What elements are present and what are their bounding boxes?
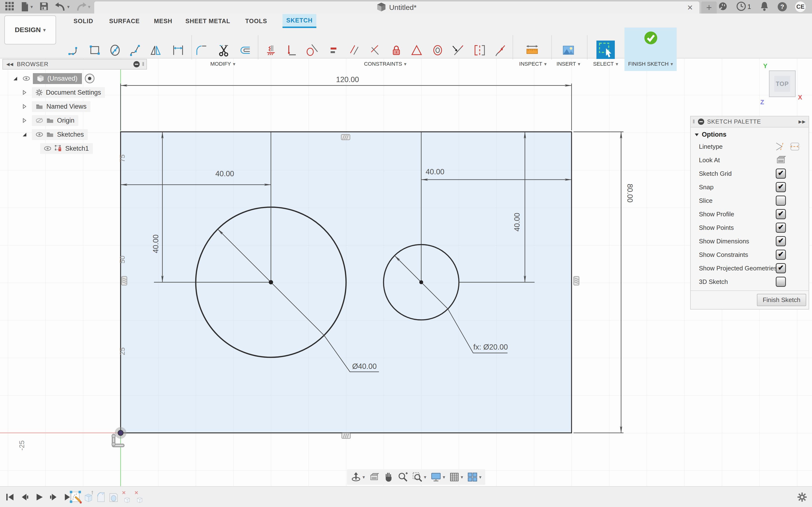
dim-c1-x-label[interactable]: 40.00 — [215, 169, 234, 178]
create-circle-tool[interactable] — [106, 42, 124, 59]
offset-tool[interactable] — [236, 42, 253, 59]
sketch-dimension-tool[interactable] — [169, 42, 187, 59]
orbit-tool[interactable]: ▾ — [351, 472, 365, 482]
palette-drag-grip[interactable]: ‖ — [693, 119, 695, 125]
expand-icon[interactable] — [20, 132, 29, 137]
palette-collapse-icon[interactable]: ▶▶ — [799, 119, 806, 124]
tab-solid[interactable]: SOLID — [70, 14, 97, 28]
tab-surface[interactable]: SURFACE — [106, 14, 143, 28]
constraint-fix-unfix-lock[interactable] — [388, 42, 405, 59]
create-rectangle-tool[interactable] — [86, 42, 103, 59]
constraint-coincident[interactable] — [449, 42, 466, 59]
select-group-menu[interactable]: SELECT▾ — [593, 61, 618, 67]
browser-drag-grip[interactable]: ‖ — [142, 61, 145, 67]
visibility-eye-icon[interactable] — [22, 76, 31, 81]
create-line-tool[interactable] — [65, 42, 83, 59]
dim-c1-y-label[interactable]: 40.00 — [152, 234, 160, 253]
tab-sheet-metal[interactable]: SHEET METAL — [185, 14, 231, 28]
dia-small-label[interactable]: fx: Ø20.00 — [473, 343, 508, 351]
constraint-fixed[interactable] — [262, 42, 280, 59]
mirror-tool[interactable] — [147, 42, 164, 59]
finish-sketch-palette-button[interactable]: Finish Sketch — [757, 294, 806, 306]
viewports[interactable]: ▾ — [467, 472, 481, 482]
collapsed-arrow-icon[interactable] — [20, 118, 29, 123]
zoom-window-tool[interactable]: ▾ — [412, 472, 426, 482]
constraint-midpoint[interactable] — [408, 42, 425, 59]
dim-c2-x-label[interactable]: 40.00 — [425, 168, 445, 176]
browser-header[interactable]: ◀◀ BROWSER ‖ — [2, 59, 147, 69]
centerline-linetype-icon[interactable] — [790, 142, 800, 151]
constraint-parallel[interactable] — [346, 42, 363, 59]
pan-tool[interactable] — [384, 472, 394, 482]
center-point-small[interactable] — [419, 280, 423, 284]
tab-mesh[interactable]: MESH — [150, 14, 176, 28]
tab-sketch[interactable]: SKETCH — [283, 14, 316, 28]
grid-settings-caret[interactable]: ▾ — [461, 475, 463, 480]
app-grid-icon[interactable] — [5, 1, 14, 12]
trim-tool[interactable] — [215, 42, 233, 59]
browser-minimize-icon[interactable] — [134, 61, 140, 67]
modify-group-menu[interactable]: MODIFY▾ — [210, 61, 236, 67]
visibility-eye-icon[interactable] — [36, 132, 43, 137]
visibility-off-icon[interactable] — [36, 118, 43, 123]
viewports-caret[interactable]: ▾ — [479, 475, 481, 480]
constraint-equal[interactable] — [325, 42, 343, 59]
timeline-item-extrude[interactable] — [83, 490, 94, 504]
undo-button[interactable]: ▾ — [55, 2, 69, 12]
collapsed-arrow-icon[interactable] — [20, 90, 29, 95]
inspect-group-menu[interactable]: INSPECT▾ — [519, 61, 546, 67]
insert-image-tool[interactable] — [560, 42, 577, 59]
document-tab[interactable]: Untitled* ✕ — [94, 1, 699, 13]
constraint-tangent[interactable] — [303, 42, 320, 59]
origin-point[interactable] — [118, 430, 123, 436]
tree-row-sketches[interactable]: Sketches — [2, 127, 152, 142]
constraint-horizontal-vertical[interactable] — [282, 42, 300, 59]
dim-width-label[interactable]: 120.00 — [336, 75, 359, 84]
grid-grip-right[interactable] — [574, 276, 579, 285]
orbit-caret[interactable]: ▾ — [362, 475, 365, 480]
timeline-item-hole[interactable] — [108, 490, 119, 504]
visibility-eye-icon[interactable] — [44, 146, 51, 151]
show-constraints-checkbox[interactable] — [776, 249, 786, 260]
display-settings[interactable]: ▾ — [430, 472, 445, 482]
grid-and-snaps[interactable]: ▾ — [450, 472, 463, 482]
3d-sketch-checkbox[interactable] — [776, 277, 786, 287]
palette-minimize-icon[interactable] — [698, 119, 704, 125]
workspace-switcher[interactable]: DESIGN▾ — [4, 15, 56, 44]
activate-radio-button[interactable] — [85, 74, 95, 83]
timeline-skip-start-button[interactable] — [6, 493, 14, 501]
tab-tools[interactable]: TOOLS — [242, 14, 271, 28]
constraint-curvature[interactable] — [491, 42, 508, 59]
create-spline-tool[interactable] — [126, 42, 144, 59]
timeline-step-forward-button[interactable] — [49, 493, 58, 501]
close-tab-icon[interactable]: ✕ — [687, 3, 693, 12]
tree-row-document-settings[interactable]: Document Settings — [2, 86, 152, 100]
undo-caret[interactable]: ▾ — [67, 4, 69, 9]
save-button[interactable] — [39, 1, 49, 12]
constraints-group-menu[interactable]: CONSTRAINTS▾ — [364, 61, 406, 67]
finish-sketch-menu[interactable]: FINISH SKETCH▾ — [628, 61, 673, 67]
show-points-checkbox[interactable] — [776, 223, 786, 233]
constraint-symmetry[interactable] — [471, 42, 489, 59]
constraint-perpendicular[interactable] — [366, 42, 384, 59]
timeline-step-back-button[interactable] — [20, 493, 29, 501]
snap-checkbox[interactable] — [776, 182, 786, 192]
grid-grip-bottom[interactable] — [342, 433, 350, 439]
insert-group-menu[interactable]: INSERT▾ — [557, 61, 580, 67]
fillet-tool[interactable] — [193, 42, 210, 59]
view-cube[interactable]: TOP — [769, 70, 796, 97]
new-tab-button[interactable]: + — [701, 1, 717, 13]
timeline-play-button[interactable] — [35, 493, 44, 501]
help-icon[interactable]: ? — [778, 2, 787, 11]
select-tool[interactable] — [597, 41, 615, 59]
zoom-window-caret[interactable]: ▾ — [424, 475, 426, 480]
tree-row-named-views[interactable]: Named Views — [2, 100, 152, 113]
dia-large-label[interactable]: Ø40.00 — [352, 362, 377, 371]
slice-checkbox[interactable] — [776, 195, 786, 206]
notifications-bell-icon[interactable] — [759, 1, 769, 12]
options-section-header[interactable]: Options — [691, 127, 809, 140]
look-at-tool[interactable] — [369, 472, 379, 482]
palette-header[interactable]: ‖ SKETCH PALETTE ▶▶ — [691, 116, 809, 127]
look-at-button[interactable] — [776, 156, 786, 164]
timeline-item-sketch-editing[interactable] — [69, 490, 82, 504]
